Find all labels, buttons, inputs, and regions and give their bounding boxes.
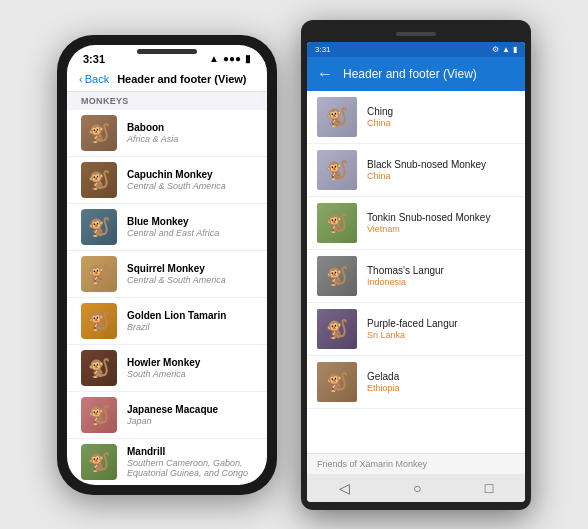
battery-icon: ▮ <box>245 53 251 64</box>
monkey-image: 🐒 <box>81 350 117 386</box>
ios-phone: 3:31 ▲ ●●● ▮ ‹ Back Header and footer (V… <box>57 35 277 495</box>
list-item[interactable]: 🐒 Ching China <box>307 91 525 144</box>
list-item[interactable]: 🐒 Golden Lion Tamarin Brazil <box>67 298 267 345</box>
ios-status-icons: ▲ ●●● ▮ <box>209 53 251 64</box>
android-toolbar: ← Header and footer (View) <box>307 57 525 91</box>
settings-icon: ⚙ <box>492 45 499 54</box>
monkey-thumbnail: 🐒 <box>81 444 117 480</box>
item-location: Central and East Africa <box>127 228 253 238</box>
item-location: South America <box>127 369 253 379</box>
list-item[interactable]: 🐒 Japanese Macaque Japan <box>67 392 267 439</box>
monkey-thumbnail: 🐒 <box>81 115 117 151</box>
list-item[interactable]: 🐒 Baboon Africa & Asia <box>67 110 267 157</box>
monkey-image: 🐒 <box>317 256 357 296</box>
recents-nav-icon[interactable]: □ <box>485 480 493 496</box>
item-text: Howler Monkey South America <box>127 357 253 379</box>
list-item[interactable]: 🐒 Black Snub-nosed Monkey China <box>307 144 525 197</box>
monkey-thumbnail: 🐒 <box>317 362 357 402</box>
item-text: Purple-faced Langur Sri Lanka <box>367 318 515 340</box>
monkey-thumbnail: 🐒 <box>81 303 117 339</box>
monkey-image: 🐒 <box>81 115 117 151</box>
item-location: China <box>367 118 515 128</box>
phones-container: 3:31 ▲ ●●● ▮ ‹ Back Header and footer (V… <box>41 4 547 526</box>
android-toolbar-title: Header and footer (View) <box>343 67 477 81</box>
android-monkey-list: 🐒 Ching China 🐒 Black Snub-nosed Monkey … <box>307 91 525 453</box>
list-item[interactable]: 🐒 Blue Monkey Central and East Africa <box>67 204 267 251</box>
item-location: Southern Cameroon, Gabon, Equatorial Gui… <box>127 458 253 478</box>
signal-icon: ●●● <box>223 53 241 64</box>
item-text: Tonkin Snub-nosed Monkey Vietnam <box>367 212 515 234</box>
monkey-thumbnail: 🐒 <box>81 162 117 198</box>
item-text: Baboon Africa & Asia <box>127 122 253 144</box>
item-name: Mandrill <box>127 446 253 457</box>
item-text: Black Snub-nosed Monkey China <box>367 159 515 181</box>
monkey-thumbnail: 🐒 <box>317 97 357 137</box>
battery-icon: ▮ <box>513 45 517 54</box>
list-item[interactable]: 🐒 Mandrill Southern Cameroon, Gabon, Equ… <box>67 439 267 485</box>
item-location: Ethiopia <box>367 383 515 393</box>
monkey-thumbnail: 🐒 <box>81 256 117 292</box>
ios-nav-bar: ‹ Back Header and footer (View) <box>67 69 267 92</box>
back-nav-icon[interactable]: ◁ <box>339 480 350 496</box>
item-name: Howler Monkey <box>127 357 253 368</box>
monkey-thumbnail: 🐒 <box>81 350 117 386</box>
monkey-image: 🐒 <box>81 397 117 433</box>
monkey-image: 🐒 <box>81 303 117 339</box>
monkey-thumbnail: 🐒 <box>317 150 357 190</box>
item-text: Thomas's Langur Indonesia <box>367 265 515 287</box>
ios-screen: 3:31 ▲ ●●● ▮ ‹ Back Header and footer (V… <box>67 45 267 485</box>
monkey-image: 🐒 <box>81 256 117 292</box>
monkey-image: 🐒 <box>81 444 117 480</box>
monkey-thumbnail: 🐒 <box>81 397 117 433</box>
item-text: Blue Monkey Central and East Africa <box>127 216 253 238</box>
android-footer: Friends of Xamarin Monkey <box>307 453 525 474</box>
item-location: Brazil <box>127 322 253 332</box>
item-location: Indonesia <box>367 277 515 287</box>
list-item[interactable]: 🐒 Gelada Ethiopia <box>307 356 525 409</box>
monkey-thumbnail: 🐒 <box>81 209 117 245</box>
monkey-thumbnail: 🐒 <box>317 256 357 296</box>
list-item[interactable]: 🐒 Purple-faced Langur Sri Lanka <box>307 303 525 356</box>
item-name: Purple-faced Langur <box>367 318 515 329</box>
home-nav-icon[interactable]: ○ <box>413 480 421 496</box>
item-name: Squirrel Monkey <box>127 263 253 274</box>
monkey-image: 🐒 <box>317 97 357 137</box>
monkey-image: 🐒 <box>317 150 357 190</box>
item-text: Golden Lion Tamarin Brazil <box>127 310 253 332</box>
monkey-image: 🐒 <box>81 162 117 198</box>
item-location: Central & South America <box>127 181 253 191</box>
ios-section-header: Monkeys <box>67 92 267 110</box>
monkey-image: 🐒 <box>317 203 357 243</box>
android-status-icons: ⚙ ▲ ▮ <box>492 45 517 54</box>
item-name: Capuchin Monkey <box>127 169 253 180</box>
item-location: Vietnam <box>367 224 515 234</box>
item-location: China <box>367 171 515 181</box>
item-location: Sri Lanka <box>367 330 515 340</box>
list-item[interactable]: 🐒 Thomas's Langur Indonesia <box>307 250 525 303</box>
item-name: Ching <box>367 106 515 117</box>
ios-back-button[interactable]: ‹ Back <box>79 73 109 85</box>
item-text: Mandrill Southern Cameroon, Gabon, Equat… <box>127 446 253 478</box>
item-text: Squirrel Monkey Central & South America <box>127 263 253 285</box>
android-back-button[interactable]: ← <box>317 65 333 83</box>
item-location: Japan <box>127 416 253 426</box>
android-status-bar: 3:31 ⚙ ▲ ▮ <box>307 42 525 57</box>
ios-monkey-list: 🐒 Baboon Africa & Asia 🐒 Capuchin Monkey… <box>67 110 267 485</box>
item-name: Baboon <box>127 122 253 133</box>
monkey-image: 🐒 <box>81 209 117 245</box>
item-name: Japanese Macaque <box>127 404 253 415</box>
ios-back-label[interactable]: Back <box>85 73 109 85</box>
list-item[interactable]: 🐒 Tonkin Snub-nosed Monkey Vietnam <box>307 197 525 250</box>
item-location: Central & South America <box>127 275 253 285</box>
item-name: Black Snub-nosed Monkey <box>367 159 515 170</box>
item-text: Capuchin Monkey Central & South America <box>127 169 253 191</box>
list-item[interactable]: 🐒 Capuchin Monkey Central & South Americ… <box>67 157 267 204</box>
list-item[interactable]: 🐒 Howler Monkey South America <box>67 345 267 392</box>
list-item[interactable]: 🐒 Squirrel Monkey Central & South Americ… <box>67 251 267 298</box>
android-time: 3:31 <box>315 45 331 54</box>
item-text: Ching China <box>367 106 515 128</box>
ios-time: 3:31 <box>83 53 105 65</box>
item-location: Africa & Asia <box>127 134 253 144</box>
monkey-thumbnail: 🐒 <box>317 203 357 243</box>
item-name: Gelada <box>367 371 515 382</box>
